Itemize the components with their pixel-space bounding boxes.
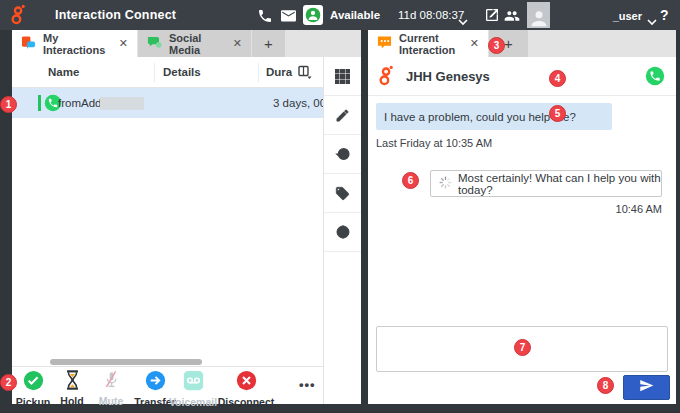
whatsapp-icon xyxy=(645,66,665,90)
tab-label: My Interactions xyxy=(43,32,108,56)
incoming-message-timestamp: Last Friday at 10:35 AM xyxy=(376,137,492,149)
column-settings-icon[interactable] xyxy=(298,65,312,83)
outgoing-message-text: Most certainly! What can I help you with… xyxy=(458,172,661,196)
social-media-icon xyxy=(147,35,162,52)
tab-social-media[interactable]: Social Media ✕ xyxy=(138,30,251,57)
horizontal-scrollbar[interactable] xyxy=(50,359,202,365)
transfer-arrow-icon xyxy=(145,370,166,395)
row-accent-bar xyxy=(38,95,41,111)
directory-people-icon[interactable] xyxy=(503,8,521,28)
interaction-table-header: Name Details Dura xyxy=(12,57,323,88)
more-options-button[interactable]: ••• xyxy=(299,377,316,392)
disconnect-x-icon xyxy=(236,370,257,395)
presence-status-label[interactable]: Available xyxy=(330,9,380,21)
annotation-badge-6: 6 xyxy=(402,172,419,189)
redacted-value xyxy=(100,97,144,110)
right-tab-bar: Current Interaction ✕ + xyxy=(368,30,676,57)
voicemail-button[interactable]: Voicemail xyxy=(165,370,221,408)
chat-header: JHH Genesys xyxy=(368,57,676,96)
help-button[interactable]: ? xyxy=(660,7,669,23)
tab-current-interaction[interactable]: Current Interaction ✕ xyxy=(368,30,488,57)
session-timer: 11d 08:08:37 xyxy=(398,9,464,21)
annotation-badge-2: 2 xyxy=(0,374,17,391)
send-button[interactable] xyxy=(623,375,670,400)
row-duration-cell: 3 days, 00: xyxy=(273,97,323,109)
voicemail-icon xyxy=(183,370,204,395)
outgoing-message-timestamp: 10:46 AM xyxy=(616,203,662,215)
mute-mic-slash-icon xyxy=(102,370,121,394)
annotation-badge-1: 1 xyxy=(0,96,17,113)
side-tool-strip xyxy=(323,57,361,404)
column-header-duration[interactable]: Dura xyxy=(266,66,292,78)
pickup-check-icon xyxy=(23,370,44,395)
interaction-row-fromaddress[interactable]: fromAddress 3 days, 00: xyxy=(12,88,323,118)
compose-icon[interactable] xyxy=(484,7,500,27)
current-interaction-icon xyxy=(377,35,392,52)
call-control-toolbar: Pickup Hold Mute Transfer Voicemail xyxy=(12,366,323,404)
my-interactions-panel: Name Details Dura fromAddress 3 days, 00… xyxy=(12,57,361,404)
incoming-message-text: I have a problem, could you help me? xyxy=(384,111,576,123)
genesys-logo-icon xyxy=(8,4,30,30)
hold-hourglass-icon xyxy=(63,370,82,394)
chat-contact-name: JHH Genesys xyxy=(406,69,490,84)
column-header-name[interactable]: Name xyxy=(48,66,79,78)
tab-label: Current Interaction xyxy=(399,32,459,56)
annotation-badge-3: 3 xyxy=(488,37,505,54)
genesys-logo-icon xyxy=(376,65,398,91)
new-tab-button[interactable]: + xyxy=(252,30,285,57)
left-tab-bar: My Interactions ✕ Social Media ✕ + xyxy=(12,30,361,57)
grid-view-icon[interactable] xyxy=(324,57,361,96)
annotation-badge-5: 5 xyxy=(549,105,566,122)
tab-my-interactions[interactable]: My Interactions ✕ xyxy=(12,30,137,57)
disconnect-button[interactable]: Disconnect xyxy=(218,370,274,408)
envelope-icon[interactable] xyxy=(281,9,296,27)
user-avatar[interactable] xyxy=(527,2,550,28)
edit-pencil-icon[interactable] xyxy=(324,96,361,135)
annotation-badge-8: 8 xyxy=(597,377,614,394)
outgoing-message-bubble: Most certainly! What can I help you with… xyxy=(430,170,662,197)
globe-icon[interactable] xyxy=(324,213,361,252)
tab-close-icon[interactable]: ✕ xyxy=(470,37,479,50)
tab-close-icon[interactable]: ✕ xyxy=(119,37,128,50)
presence-status-icon[interactable] xyxy=(303,5,323,25)
paper-plane-icon xyxy=(639,378,654,397)
tab-close-icon[interactable]: ✕ xyxy=(233,37,242,50)
phone-icon[interactable] xyxy=(257,8,273,28)
tab-label: Social Media xyxy=(169,32,222,56)
user-chevron-down-icon[interactable] xyxy=(647,12,657,30)
spinner-icon xyxy=(439,176,452,191)
timer-chevron-down-icon[interactable] xyxy=(458,12,468,30)
app-title: Interaction Connect xyxy=(55,8,176,22)
annotation-badge-4: 4 xyxy=(549,70,566,87)
incoming-message-bubble: I have a problem, could you help me? xyxy=(376,103,612,130)
history-icon[interactable] xyxy=(324,135,361,174)
column-header-details[interactable]: Details xyxy=(163,66,201,78)
my-interactions-icon xyxy=(21,35,36,52)
annotation-badge-7: 7 xyxy=(514,339,531,356)
top-header-bar: Interaction Connect Available 11d 08:08:… xyxy=(0,0,680,30)
username-label[interactable]: _user xyxy=(598,10,642,22)
tag-icon[interactable] xyxy=(324,174,361,213)
